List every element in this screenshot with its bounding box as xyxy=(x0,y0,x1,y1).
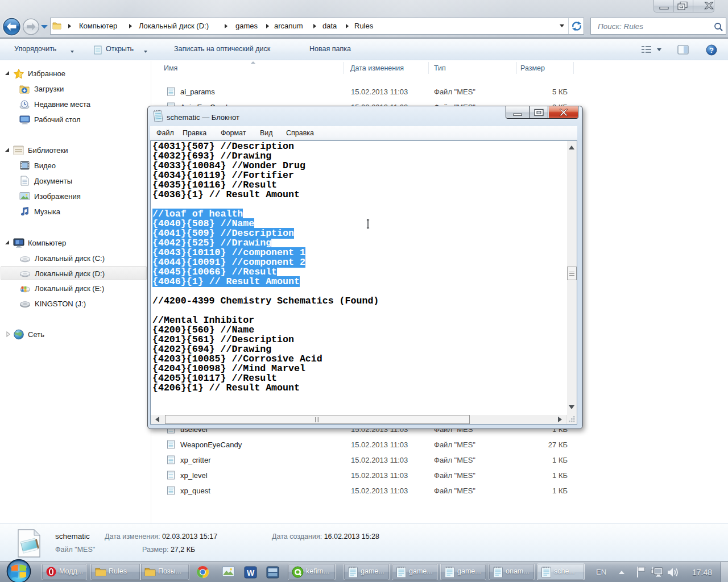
svg-text:?: ? xyxy=(709,46,714,55)
svg-text:W: W xyxy=(247,568,255,577)
